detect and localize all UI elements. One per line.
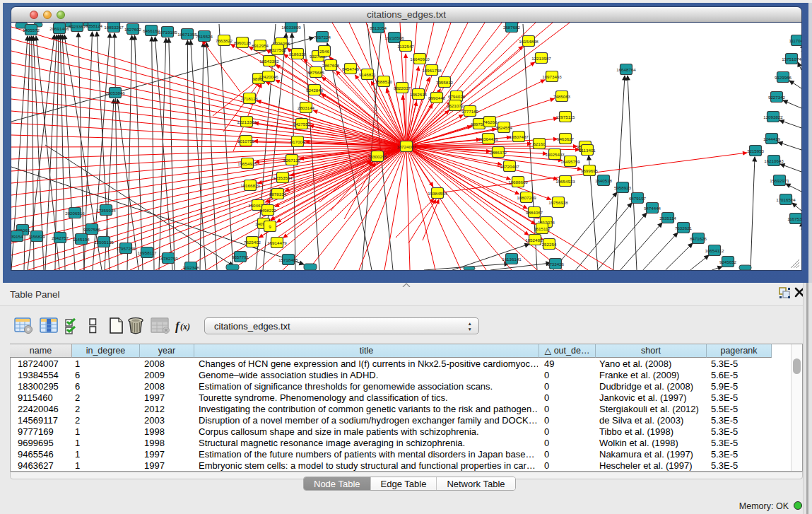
svg-text:1192348: 1192348 [182, 265, 199, 270]
svg-text:12975115: 12975115 [555, 115, 575, 119]
svg-text:7515524: 7515524 [196, 34, 213, 39]
svg-text:16648764: 16648764 [616, 67, 636, 72]
svg-text:8358124: 8358124 [86, 23, 103, 28]
svg-text:8267130: 8267130 [283, 158, 301, 163]
svg-text:19384554: 19384554 [428, 191, 447, 196]
svg-text:8813054: 8813054 [370, 25, 387, 30]
svg-text:15692971: 15692971 [770, 178, 789, 183]
svg-text:17016504: 17016504 [776, 197, 796, 202]
svg-text:6794028: 6794028 [448, 94, 466, 99]
svg-text:7632621: 7632621 [675, 226, 693, 230]
svg-text:2942757: 2942757 [52, 235, 69, 240]
svg-text:20206516: 20206516 [65, 211, 85, 216]
svg-text:1362615: 1362615 [410, 92, 428, 97]
svg-text:2803144: 2803144 [298, 105, 315, 110]
svg-text:16154808: 16154808 [519, 39, 539, 44]
svg-text:3215953: 3215953 [747, 148, 765, 153]
svg-text:9: 9 [269, 224, 271, 229]
svg-text:10671355: 10671355 [177, 32, 197, 37]
svg-text:8454749: 8454749 [342, 66, 360, 71]
svg-text:18300295: 18300295 [367, 154, 387, 159]
svg-text:19218506: 19218506 [384, 35, 404, 40]
svg-text:19166829: 19166829 [240, 183, 260, 188]
svg-text:12213987: 12213987 [531, 56, 551, 61]
svg-text:1405572: 1405572 [23, 28, 40, 33]
svg-text:16640910: 16640910 [410, 57, 430, 62]
svg-text:10958117: 10958117 [137, 250, 157, 255]
svg-text:10853267: 10853267 [104, 25, 124, 30]
svg-text:22420046: 22420046 [259, 74, 278, 79]
svg-text:1117042: 1117042 [789, 38, 801, 43]
svg-text:746266: 746266 [483, 119, 498, 124]
svg-text:(x): (x) [180, 322, 190, 332]
svg-text:16033809: 16033809 [281, 25, 301, 30]
svg-text:10961758: 10961758 [422, 68, 442, 73]
svg-text:19654925: 19654925 [237, 161, 257, 166]
svg-text:8960128: 8960128 [234, 40, 252, 45]
svg-text:8427552: 8427552 [293, 122, 311, 127]
svg-text:1621072: 1621072 [447, 103, 464, 108]
svg-text:1156829: 1156829 [28, 234, 45, 239]
svg-text:9777169: 9777169 [461, 109, 479, 114]
svg-text:1132547: 1132547 [397, 44, 414, 49]
svg-text:7857224: 7857224 [314, 35, 331, 40]
svg-text:15718485: 15718485 [278, 257, 298, 262]
svg-text:19756928: 19756928 [548, 200, 568, 205]
svg-text:16543382: 16543382 [259, 59, 279, 64]
svg-text:9463627: 9463627 [557, 136, 575, 141]
svg-text:18724007: 18724007 [396, 144, 416, 149]
svg-text:1145194: 1145194 [73, 237, 90, 242]
svg-text:9245652: 9245652 [719, 259, 737, 264]
svg-text:16914479: 16914479 [267, 240, 287, 245]
svg-text:3875685: 3875685 [307, 70, 325, 75]
svg-text:62160: 62160 [533, 141, 546, 146]
svg-text:19654923: 19654923 [555, 179, 575, 184]
svg-text:5923361: 5923361 [69, 24, 86, 29]
svg-text:9113401: 9113401 [579, 148, 596, 153]
svg-text:10025433: 10025433 [545, 152, 565, 157]
svg-text:18807249: 18807249 [517, 195, 536, 200]
svg-text:12353594: 12353594 [273, 175, 293, 180]
svg-text:1167533: 1167533 [787, 216, 801, 221]
svg-text:10688609: 10688609 [508, 180, 528, 185]
svg-text:39154: 39154 [11, 234, 23, 239]
svg-text:2867608: 2867608 [322, 63, 340, 68]
svg-text:2687682: 2687682 [503, 25, 521, 30]
svg-text:9884067: 9884067 [526, 210, 543, 215]
svg-text:12093822: 12093822 [763, 115, 783, 119]
svg-text:7485063: 7485063 [553, 94, 571, 99]
svg-text:17359934: 17359934 [96, 208, 116, 213]
svg-text:9474444: 9474444 [644, 206, 661, 211]
svg-text:8878334: 8878334 [269, 192, 287, 197]
svg-text:20691406: 20691406 [49, 26, 69, 31]
svg-text:16782759: 16782759 [158, 256, 178, 261]
svg-text:9097586: 9097586 [83, 227, 101, 232]
svg-text:1640518: 1640518 [595, 178, 613, 183]
svg-text:10719185: 10719185 [158, 30, 177, 35]
svg-text:1733426: 1733426 [547, 262, 565, 267]
svg-text:9657791: 9657791 [232, 255, 249, 259]
svg-text:3824554: 3824554 [495, 125, 513, 130]
svg-text:2718126: 2718126 [241, 96, 259, 101]
svg-text:1498222: 1498222 [259, 208, 277, 213]
svg-text:2935114: 2935114 [659, 216, 676, 221]
svg-text:9227342: 9227342 [768, 95, 786, 100]
svg-text:8471626: 8471626 [690, 236, 707, 241]
svg-text:7886372: 7886372 [490, 150, 507, 155]
svg-text:8822037: 8822037 [394, 86, 411, 90]
svg-text:1615112: 1615112 [534, 226, 551, 231]
svg-text:10807487: 10807487 [509, 134, 529, 139]
svg-text:8186328: 8186328 [289, 52, 307, 57]
svg-text:12213383: 12213383 [237, 119, 257, 124]
svg-text:20364436: 20364436 [478, 136, 498, 141]
svg-text:1588520: 1588520 [375, 79, 393, 84]
svg-text:6479197: 6479197 [629, 196, 647, 201]
svg-text:15751074: 15751074 [782, 57, 801, 62]
svg-text:10973493: 10973493 [542, 74, 562, 79]
svg-text:10654112: 10654112 [705, 248, 724, 253]
svg-text:1527602: 1527602 [124, 27, 142, 32]
svg-text:16495759: 16495759 [560, 159, 580, 164]
svg-text:8990448: 8990448 [428, 95, 446, 100]
svg-text:1010755: 1010755 [237, 139, 255, 144]
svg-text:9699695: 9699695 [581, 168, 599, 173]
